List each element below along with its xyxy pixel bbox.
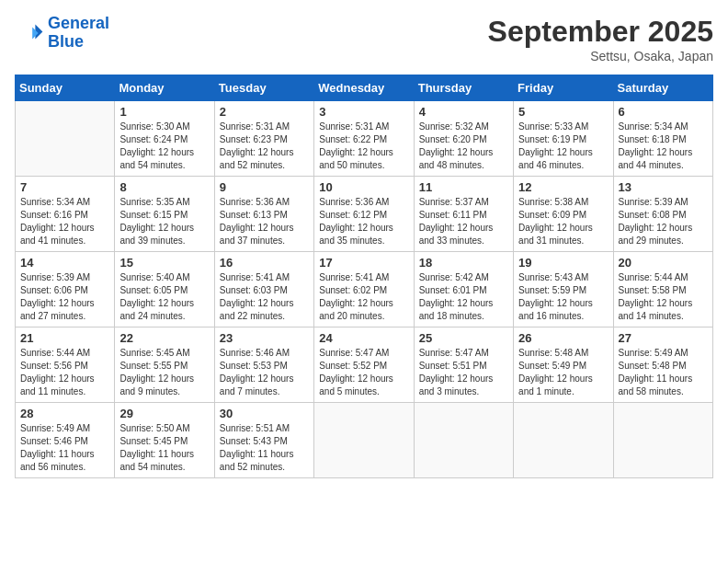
day-number: 18 bbox=[419, 256, 508, 270]
logo-line2: Blue bbox=[48, 32, 84, 51]
day-info: Sunrise: 5:42 AMSunset: 6:01 PMDaylight:… bbox=[419, 271, 508, 323]
day-number: 23 bbox=[220, 331, 309, 345]
calendar-cell: 10Sunrise: 5:36 AMSunset: 6:12 PMDayligh… bbox=[314, 177, 414, 252]
day-info: Sunrise: 5:30 AMSunset: 6:24 PMDaylight:… bbox=[119, 121, 209, 172]
day-number: 7 bbox=[20, 180, 109, 194]
day-info: Sunrise: 5:49 AMSunset: 5:46 PMDaylight:… bbox=[20, 422, 109, 474]
day-info: Sunrise: 5:44 AMSunset: 5:56 PMDaylight:… bbox=[20, 347, 109, 398]
day-number: 13 bbox=[619, 180, 708, 194]
day-number: 1 bbox=[119, 105, 209, 119]
day-info: Sunrise: 5:51 AMSunset: 5:43 PMDaylight:… bbox=[220, 422, 309, 474]
calendar-cell: 7Sunrise: 5:34 AMSunset: 6:16 PMDaylight… bbox=[16, 177, 115, 252]
calendar-cell: 21Sunrise: 5:44 AMSunset: 5:56 PMDayligh… bbox=[16, 327, 115, 403]
day-number: 21 bbox=[20, 331, 109, 345]
day-number: 2 bbox=[220, 105, 309, 119]
weekday-header: Monday bbox=[115, 75, 214, 101]
logo-icon bbox=[15, 18, 44, 48]
day-info: Sunrise: 5:47 AMSunset: 5:51 PMDaylight:… bbox=[419, 347, 508, 398]
calendar-cell: 1Sunrise: 5:30 AMSunset: 6:24 PMDaylight… bbox=[115, 101, 214, 177]
day-number: 16 bbox=[220, 256, 309, 270]
logo-text: General Blue bbox=[48, 15, 109, 52]
day-info: Sunrise: 5:40 AMSunset: 6:05 PMDaylight:… bbox=[119, 271, 209, 323]
calendar-week-row: 1Sunrise: 5:30 AMSunset: 6:24 PMDaylight… bbox=[16, 101, 713, 177]
calendar-cell: 17Sunrise: 5:41 AMSunset: 6:02 PMDayligh… bbox=[314, 252, 414, 327]
day-info: Sunrise: 5:38 AMSunset: 6:09 PMDaylight:… bbox=[518, 196, 608, 247]
calendar-cell: 12Sunrise: 5:38 AMSunset: 6:09 PMDayligh… bbox=[514, 177, 613, 252]
day-info: Sunrise: 5:39 AMSunset: 6:06 PMDaylight:… bbox=[20, 271, 109, 323]
calendar-cell: 8Sunrise: 5:35 AMSunset: 6:15 PMDaylight… bbox=[115, 177, 214, 252]
day-number: 12 bbox=[518, 180, 608, 194]
calendar-cell: 22Sunrise: 5:45 AMSunset: 5:55 PMDayligh… bbox=[115, 327, 214, 403]
logo-line1: General bbox=[48, 14, 109, 32]
day-number: 22 bbox=[119, 331, 209, 345]
weekday-header: Wednesday bbox=[314, 75, 414, 101]
weekday-header: Sunday bbox=[16, 75, 115, 101]
day-number: 3 bbox=[319, 105, 408, 119]
weekday-header: Friday bbox=[514, 75, 613, 101]
calendar-cell: 18Sunrise: 5:42 AMSunset: 6:01 PMDayligh… bbox=[414, 252, 513, 327]
calendar-week-row: 14Sunrise: 5:39 AMSunset: 6:06 PMDayligh… bbox=[16, 252, 713, 327]
day-info: Sunrise: 5:41 AMSunset: 6:03 PMDaylight:… bbox=[220, 271, 309, 323]
weekday-header-row: SundayMondayTuesdayWednesdayThursdayFrid… bbox=[16, 75, 713, 101]
calendar-cell: 24Sunrise: 5:47 AMSunset: 5:52 PMDayligh… bbox=[314, 327, 414, 403]
day-number: 27 bbox=[619, 331, 708, 345]
calendar-cell: 9Sunrise: 5:36 AMSunset: 6:13 PMDaylight… bbox=[214, 177, 313, 252]
day-info: Sunrise: 5:44 AMSunset: 5:58 PMDaylight:… bbox=[619, 271, 708, 323]
day-info: Sunrise: 5:47 AMSunset: 5:52 PMDaylight:… bbox=[319, 347, 408, 398]
day-number: 28 bbox=[20, 407, 109, 420]
day-number: 8 bbox=[119, 180, 209, 194]
calendar-cell: 3Sunrise: 5:31 AMSunset: 6:22 PMDaylight… bbox=[314, 101, 414, 177]
calendar-cell: 23Sunrise: 5:46 AMSunset: 5:53 PMDayligh… bbox=[214, 327, 313, 403]
day-number: 9 bbox=[220, 180, 309, 194]
calendar-week-row: 28Sunrise: 5:49 AMSunset: 5:46 PMDayligh… bbox=[16, 403, 713, 478]
day-info: Sunrise: 5:36 AMSunset: 6:13 PMDaylight:… bbox=[220, 196, 309, 247]
day-info: Sunrise: 5:32 AMSunset: 6:20 PMDaylight:… bbox=[419, 121, 508, 172]
calendar-cell: 2Sunrise: 5:31 AMSunset: 6:23 PMDaylight… bbox=[214, 101, 313, 177]
calendar-cell: 15Sunrise: 5:40 AMSunset: 6:05 PMDayligh… bbox=[115, 252, 214, 327]
calendar-cell: 19Sunrise: 5:43 AMSunset: 5:59 PMDayligh… bbox=[514, 252, 613, 327]
day-info: Sunrise: 5:46 AMSunset: 5:53 PMDaylight:… bbox=[220, 347, 309, 398]
day-number: 24 bbox=[319, 331, 408, 345]
day-info: Sunrise: 5:35 AMSunset: 6:15 PMDaylight:… bbox=[119, 196, 209, 247]
day-number: 30 bbox=[220, 407, 309, 420]
day-number: 29 bbox=[119, 407, 209, 420]
calendar-week-row: 21Sunrise: 5:44 AMSunset: 5:56 PMDayligh… bbox=[16, 327, 713, 403]
calendar-cell: 28Sunrise: 5:49 AMSunset: 5:46 PMDayligh… bbox=[16, 403, 115, 478]
calendar-cell: 29Sunrise: 5:50 AMSunset: 5:45 PMDayligh… bbox=[115, 403, 214, 478]
location: Settsu, Osaka, Japan bbox=[488, 49, 713, 63]
day-number: 17 bbox=[319, 256, 408, 270]
calendar-cell: 11Sunrise: 5:37 AMSunset: 6:11 PMDayligh… bbox=[414, 177, 513, 252]
day-info: Sunrise: 5:49 AMSunset: 5:48 PMDaylight:… bbox=[619, 347, 708, 398]
day-info: Sunrise: 5:50 AMSunset: 5:45 PMDaylight:… bbox=[119, 422, 209, 474]
calendar-cell: 27Sunrise: 5:49 AMSunset: 5:48 PMDayligh… bbox=[613, 327, 712, 403]
calendar-cell bbox=[414, 403, 513, 478]
day-number: 26 bbox=[518, 331, 608, 345]
day-info: Sunrise: 5:33 AMSunset: 6:19 PMDaylight:… bbox=[518, 121, 608, 172]
day-info: Sunrise: 5:45 AMSunset: 5:55 PMDaylight:… bbox=[119, 347, 209, 398]
day-number: 10 bbox=[319, 180, 408, 194]
calendar-cell bbox=[514, 403, 613, 478]
day-info: Sunrise: 5:39 AMSunset: 6:08 PMDaylight:… bbox=[619, 196, 708, 247]
month-title: September 2025 bbox=[488, 15, 713, 49]
day-info: Sunrise: 5:34 AMSunset: 6:16 PMDaylight:… bbox=[20, 196, 109, 247]
day-info: Sunrise: 5:41 AMSunset: 6:02 PMDaylight:… bbox=[319, 271, 408, 323]
day-number: 11 bbox=[419, 180, 508, 194]
day-number: 14 bbox=[20, 256, 109, 270]
day-number: 25 bbox=[419, 331, 508, 345]
calendar-cell: 16Sunrise: 5:41 AMSunset: 6:03 PMDayligh… bbox=[214, 252, 313, 327]
day-number: 19 bbox=[518, 256, 608, 270]
title-block: September 2025 Settsu, Osaka, Japan bbox=[488, 15, 713, 63]
calendar-cell: 30Sunrise: 5:51 AMSunset: 5:43 PMDayligh… bbox=[214, 403, 313, 478]
day-info: Sunrise: 5:37 AMSunset: 6:11 PMDaylight:… bbox=[419, 196, 508, 247]
day-number: 15 bbox=[119, 256, 209, 270]
day-number: 20 bbox=[619, 256, 708, 270]
weekday-header: Saturday bbox=[613, 75, 712, 101]
logo: General Blue bbox=[15, 15, 109, 52]
day-info: Sunrise: 5:31 AMSunset: 6:22 PMDaylight:… bbox=[319, 121, 408, 172]
calendar-cell: 20Sunrise: 5:44 AMSunset: 5:58 PMDayligh… bbox=[613, 252, 712, 327]
calendar-cell bbox=[613, 403, 712, 478]
day-info: Sunrise: 5:48 AMSunset: 5:49 PMDaylight:… bbox=[518, 347, 608, 398]
day-number: 6 bbox=[619, 105, 708, 119]
calendar-cell: 4Sunrise: 5:32 AMSunset: 6:20 PMDaylight… bbox=[414, 101, 513, 177]
day-info: Sunrise: 5:43 AMSunset: 5:59 PMDaylight:… bbox=[518, 271, 608, 323]
